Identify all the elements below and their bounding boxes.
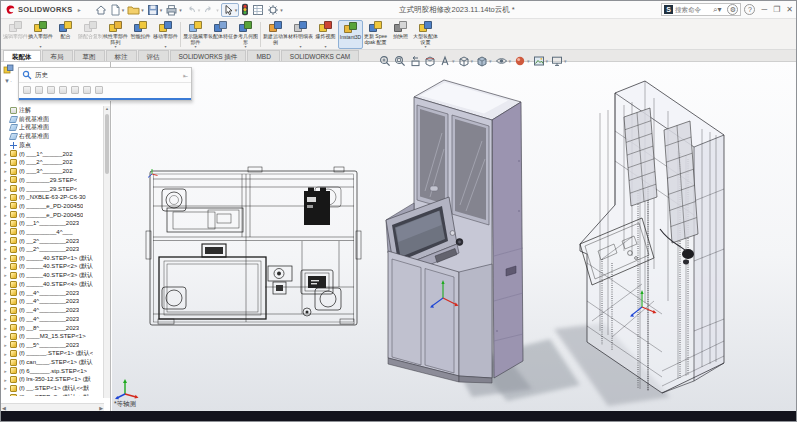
- tree-item[interactable]: ▸(f) ___2^______202: [1, 158, 104, 167]
- app-menu[interactable]: SOLIDWORKS ▸: [5, 4, 84, 15]
- tree-item[interactable]: ▸(f) _________4^___: [1, 228, 104, 237]
- view-orientation-icon[interactable]: ▾: [458, 55, 474, 67]
- dropdown-caret[interactable]: ▾: [471, 58, 474, 64]
- expand-arrow-icon[interactable]: ▸: [1, 325, 10, 331]
- expand-arrow-icon[interactable]: ▸: [1, 229, 10, 235]
- expand-arrow-icon[interactable]: ▸: [1, 394, 10, 396]
- graphics-viewport[interactable]: ▾ ▾ ▾ ▾ ▾ ▾ ▾: [112, 62, 797, 413]
- dropdown-caret[interactable]: ▾: [489, 58, 492, 64]
- flyout-pin-icon[interactable]: ⇤: [183, 72, 188, 79]
- tree-item[interactable]: ▸(f) _____40.STEP<4> (默认: [1, 280, 104, 289]
- dropdown-caret[interactable]: ▾: [546, 58, 549, 64]
- tree-item[interactable]: ▸(f) __5^________2023: [1, 341, 104, 350]
- flyout-caret[interactable]: ▾: [324, 45, 326, 49]
- ribbon-item-16[interactable]: 拍快照: [388, 20, 413, 49]
- display-style-icon[interactable]: ▾: [476, 55, 492, 67]
- assembly-tree-icon[interactable]: [3, 64, 14, 75]
- expand-arrow-icon[interactable]: ▸: [1, 368, 10, 374]
- expand-arrow-icon[interactable]: ▸: [1, 203, 10, 209]
- tree-item[interactable]: ▸(f) __4^________2023: [1, 297, 104, 306]
- flyout-caret[interactable]: ▾: [114, 45, 116, 49]
- ribbon-item-9[interactable]: 装配体特征: [208, 20, 233, 49]
- tree-item[interactable]: ▸(f) lrs-350-12.STEP<1> (默: [1, 375, 104, 384]
- tree-item[interactable]: ▸(f) ____M3_15.STEP<1>: [1, 332, 104, 341]
- ribbon-item-8[interactable]: 显示隐藏零部件▾: [183, 20, 208, 49]
- zoom-fit-icon[interactable]: [379, 55, 391, 67]
- tree-item[interactable]: 前视基准面: [1, 115, 104, 124]
- ribbon-item-3[interactable]: 配合: [53, 20, 78, 49]
- tab-7[interactable]: MBD: [247, 50, 279, 61]
- menu-expand-arrow[interactable]: ▸: [78, 6, 81, 13]
- dropdown-caret[interactable]: ▾: [122, 7, 125, 13]
- edit-appearance-icon[interactable]: ▾: [514, 55, 530, 67]
- expand-arrow-icon[interactable]: ▸: [1, 212, 10, 218]
- tab-2[interactable]: 布局: [42, 50, 73, 61]
- tree-item[interactable]: ▸(f) __2^________2023: [1, 236, 104, 245]
- tree-item[interactable]: ▸(f) __4^________2023: [1, 315, 104, 324]
- dropdown-caret[interactable]: ▾: [527, 58, 530, 64]
- expand-arrow-icon[interactable]: ▸: [1, 272, 10, 278]
- tab-3[interactable]: 草图: [74, 50, 105, 61]
- zoom-area-icon[interactable]: [394, 55, 406, 67]
- tree-item[interactable]: ▸(f) __.STEP<1> (默认<<默: [1, 384, 104, 393]
- tree-item[interactable]: 注解: [1, 106, 104, 115]
- tree-item[interactable]: 右视基准面: [1, 132, 104, 141]
- ribbon-item-10[interactable]: 参考几何图形▾: [233, 20, 258, 49]
- flyout-caret[interactable]: ▾: [299, 45, 301, 49]
- tree-item[interactable]: 原点: [1, 141, 104, 150]
- expand-arrow-icon[interactable]: ▸: [1, 246, 10, 252]
- model-scene[interactable]: [112, 62, 797, 413]
- apply-scene-icon[interactable]: ▾: [533, 55, 549, 67]
- flyout-filter-icon-4[interactable]: [59, 86, 67, 94]
- ribbon-item-2[interactable]: 插入零部件▾: [28, 20, 53, 49]
- dropdown-caret[interactable]: ▾: [452, 58, 455, 64]
- search-magnifier-icon[interactable]: ⌕▾: [713, 2, 722, 17]
- tree-horizontal-scrollbar[interactable]: ◀ ▶: [1, 403, 104, 411]
- tree-item[interactable]: ▸(f) _____40.STEP<1> (默认: [1, 254, 104, 263]
- tree-item[interactable]: 上视基准面: [1, 123, 104, 132]
- expand-arrow-icon[interactable]: ▸: [1, 186, 10, 192]
- minimize-button[interactable]: ─: [761, 2, 767, 17]
- ribbon-item-15[interactable]: 更新 Speedpak 配置: [363, 20, 388, 49]
- flyout-filter-icon-1[interactable]: [23, 86, 31, 94]
- ribbon-item-7[interactable]: 移动零部件▾: [153, 20, 178, 49]
- expand-arrow-icon[interactable]: ▸: [1, 281, 10, 287]
- open-file-button[interactable]: ▾: [126, 3, 145, 17]
- expand-arrow-icon[interactable]: ▸: [1, 159, 10, 165]
- tree-item[interactable]: ▸(f) ______e_PD-200450: [1, 202, 104, 211]
- flyout-filter-icon-5[interactable]: [71, 86, 79, 94]
- flyout-filter-icon-7[interactable]: [95, 86, 103, 94]
- ribbon-item-17[interactable]: 大型装配体设置▾: [413, 20, 438, 49]
- tree-item[interactable]: ▸(f) _NXBLE-63-2P-C6-30: [1, 193, 104, 202]
- ribbon-item-14[interactable]: Instant3D: [338, 20, 363, 49]
- dropdown-caret[interactable]: ▾: [509, 58, 512, 64]
- dropdown-caret[interactable]: ▾: [280, 7, 283, 13]
- select-tool-button[interactable]: ▾: [221, 3, 240, 17]
- expand-arrow-icon[interactable]: ▸: [1, 385, 10, 391]
- tree-item[interactable]: ▸(f) _______29.STEP<: [1, 184, 104, 193]
- tab-8[interactable]: SOLIDWORKS CAM: [281, 50, 359, 61]
- tab-4[interactable]: 标注: [106, 50, 137, 61]
- scroll-thumb[interactable]: [105, 114, 109, 174]
- expand-arrow-icon[interactable]: ▸: [1, 194, 10, 200]
- flyout-caret[interactable]: ▾: [194, 45, 196, 49]
- undo-button[interactable]: ▾: [184, 3, 202, 17]
- flyout-caret[interactable]: ▾: [164, 45, 166, 49]
- expand-arrow-icon[interactable]: ▸: [1, 290, 10, 296]
- close-button[interactable]: ✕: [786, 2, 793, 17]
- flyout-filter-icon-2[interactable]: [35, 86, 43, 94]
- ribbon-item-6[interactable]: 智能扣件: [128, 20, 153, 49]
- save-button[interactable]: ▾: [146, 3, 164, 17]
- dynamic-annotation-icon[interactable]: ▾: [439, 55, 455, 67]
- section-view-icon[interactable]: [424, 55, 436, 67]
- dropdown-caret[interactable]: ▾: [564, 58, 567, 64]
- file-properties-button[interactable]: [251, 3, 265, 17]
- tree-item[interactable]: ▸(f) __2^________2023: [1, 245, 104, 254]
- tree-item[interactable]: ▸(f) _______29.STEP<: [1, 176, 104, 185]
- expand-arrow-icon[interactable]: ▸: [1, 333, 10, 339]
- tree-item[interactable]: ▸(f) __.STEP<2> (默认<<默: [1, 393, 104, 396]
- tab-5[interactable]: 评估: [138, 50, 169, 61]
- tab-1[interactable]: 装配体: [3, 50, 41, 61]
- expand-arrow-icon[interactable]: ▸: [1, 298, 10, 304]
- tree-item[interactable]: ▸(f) __4^________2023: [1, 306, 104, 315]
